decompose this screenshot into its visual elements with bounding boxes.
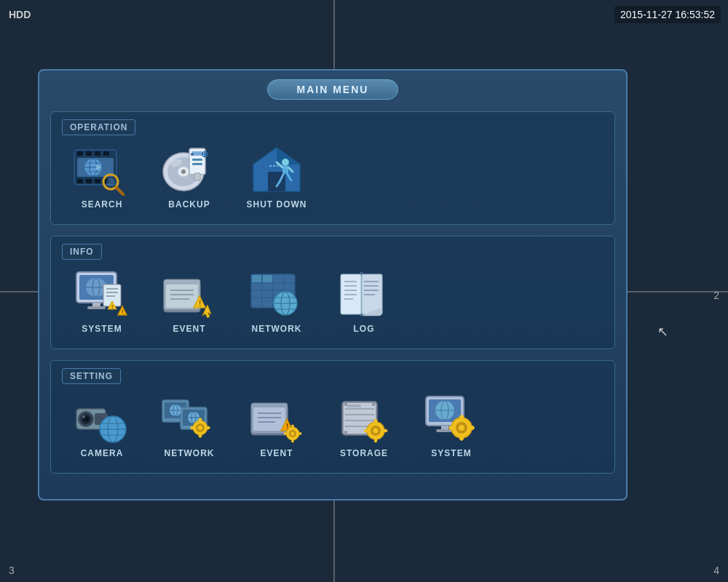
svg-rect-75	[252, 275, 261, 282]
svg-rect-76	[263, 275, 272, 282]
menu-item-network-setting[interactable]: NETWORK	[149, 393, 229, 458]
section-label-info: INFO	[62, 244, 102, 260]
menu-item-network-info[interactable]: NETWORK	[237, 268, 317, 334]
svg-rect-61	[166, 284, 198, 308]
svg-rect-7	[95, 179, 100, 183]
storage-icon	[335, 393, 393, 444]
camera-label: CAMERA	[81, 448, 124, 458]
svg-text:!: !	[199, 300, 201, 308]
svg-point-159	[373, 428, 379, 434]
log-info-icon	[335, 268, 393, 319]
section-setting: SETTING	[50, 360, 615, 474]
svg-text:⊕: ⊕	[201, 149, 208, 159]
main-menu-title-bar: MAIN MENU	[39, 71, 626, 111]
event-setting-label: EVENT	[260, 448, 293, 458]
network-info-label: NETWORK	[252, 324, 302, 334]
svg-point-155	[344, 431, 347, 434]
svg-rect-5	[77, 179, 83, 183]
svg-line-19	[116, 188, 124, 195]
network-setting-label: NETWORK	[165, 448, 215, 458]
svg-point-137	[291, 432, 295, 436]
menu-item-search[interactable]: SEARCH	[62, 144, 142, 210]
svg-rect-4	[103, 151, 109, 156]
svg-rect-29	[194, 173, 200, 180]
mouse-cursor: ↖	[657, 324, 668, 340]
event-info-label: EVENT	[173, 324, 205, 334]
corner-number-bottom-right: 4	[713, 565, 719, 576]
svg-point-117	[198, 426, 202, 430]
storage-label: STORAGE	[340, 448, 388, 458]
svg-point-154	[372, 403, 375, 406]
backup-icon: ⊕	[160, 144, 218, 195]
datetime-display: 2015-11-27 16:53:52	[614, 6, 721, 23]
svg-point-177	[459, 425, 464, 431]
menu-item-event-info[interactable]: ! EVENT	[149, 268, 229, 334]
network-info-icon	[248, 268, 306, 319]
system-info-icon: ! !	[73, 268, 131, 319]
svg-rect-1	[77, 151, 83, 156]
svg-text:!: !	[122, 308, 124, 315]
system-info-label: SYSTEM	[82, 324, 122, 334]
operation-icons-row: SEARCH	[62, 144, 604, 210]
event-info-icon: !	[160, 268, 218, 319]
svg-rect-129	[253, 407, 285, 431]
system-setting-icon	[422, 393, 480, 444]
svg-point-30	[191, 153, 194, 156]
svg-rect-152	[347, 404, 361, 407]
log-label: LOG	[354, 324, 375, 334]
corner-number-right: 2	[713, 290, 719, 301]
network-setting-icon	[160, 393, 218, 444]
section-label-operation: OPERATION	[62, 119, 135, 135]
menu-item-system-info[interactable]: ! ! SYSTEM	[62, 268, 142, 334]
corner-number-bottom-left: 3	[9, 565, 15, 576]
backup-label: BACKUP	[168, 199, 210, 210]
section-info: INFO	[50, 236, 615, 349]
svg-rect-173	[441, 426, 448, 429]
svg-point-23	[181, 170, 186, 174]
menu-item-shutdown[interactable]: SHUT DOWN	[237, 144, 317, 210]
menu-item-backup[interactable]: ⊕ BACKUP	[149, 144, 229, 210]
svg-rect-2	[86, 151, 92, 156]
svg-rect-28	[192, 163, 202, 165]
menu-item-camera[interactable]: CAMERA	[62, 393, 142, 458]
system-setting-label: SYSTEM	[431, 448, 471, 458]
svg-point-99	[82, 415, 85, 418]
svg-point-153	[344, 403, 347, 406]
svg-point-17	[106, 178, 115, 186]
hdd-label: HDD	[9, 9, 31, 20]
menu-item-event-setting[interactable]: !	[237, 393, 317, 458]
main-menu-dialog: MAIN MENU OPERATION	[38, 69, 628, 501]
shutdown-label: SHUT DOWN	[247, 199, 307, 210]
menu-item-log-info[interactable]: LOG	[324, 268, 404, 334]
menu-item-system-setting[interactable]: SYSTEM	[411, 393, 491, 458]
svg-rect-3	[95, 151, 100, 156]
section-operation: OPERATION	[50, 111, 615, 225]
menu-item-storage[interactable]: STORAGE	[324, 393, 404, 458]
section-label-setting: SETTING	[62, 368, 121, 384]
setting-icons-row: CAMERA	[62, 393, 604, 458]
svg-point-35	[282, 159, 289, 166]
shutdown-icon	[248, 144, 306, 195]
camera-icon	[73, 393, 131, 444]
svg-rect-49	[87, 306, 106, 309]
svg-rect-6	[86, 179, 92, 183]
info-icons-row: ! ! SYSTEM	[62, 268, 604, 334]
search-label: SEARCH	[82, 199, 123, 210]
search-icon	[73, 144, 131, 195]
main-menu-title: MAIN MENU	[267, 79, 399, 100]
svg-text:!: !	[111, 303, 114, 310]
event-setting-icon: !	[248, 393, 306, 444]
